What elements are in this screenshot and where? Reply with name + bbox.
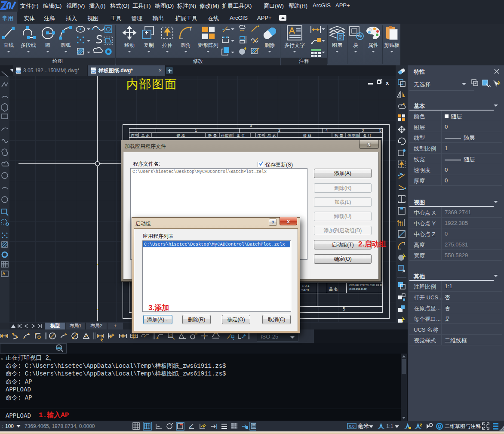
svg-text:DWG: DWG [91,71,96,73]
svg-text:二维草图与注释: 二维草图与注释 [445,423,481,429]
svg-text:0.0: 0.0 [349,424,355,428]
svg-text:ABC: ABC [56,346,62,349]
svg-text:x: x [386,80,389,86]
svg-text:毫米: 毫米 [358,423,369,429]
svg-text:1:1: 1:1 [386,423,393,429]
svg-text:DWG: DWG [15,71,21,73]
